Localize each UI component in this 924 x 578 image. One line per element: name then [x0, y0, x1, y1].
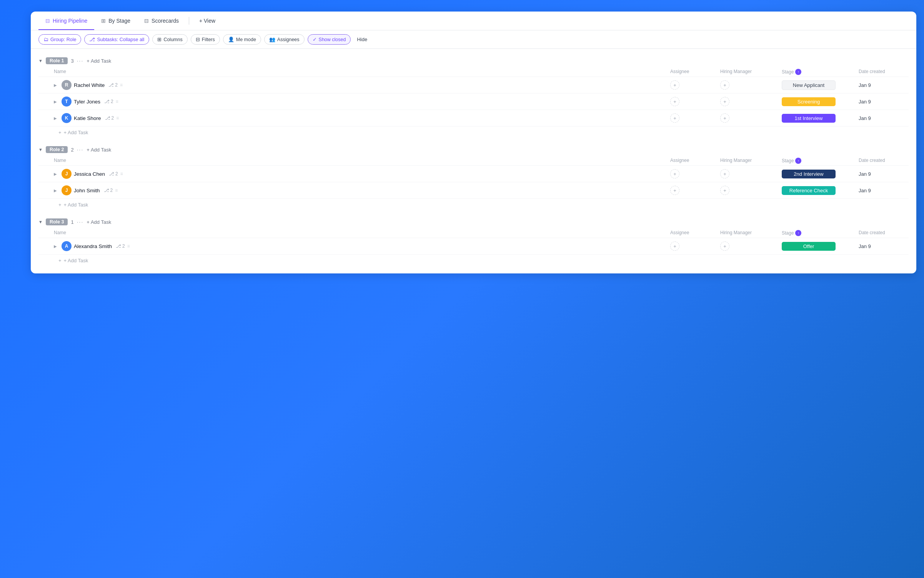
assignees-icon: 👥	[269, 37, 275, 42]
by-stage-icon: ⊞	[101, 18, 106, 24]
add-hiring-manager-button[interactable]: +	[720, 186, 729, 195]
stage-badge[interactable]: Offer	[782, 242, 836, 251]
assignee-cell: +	[670, 242, 720, 251]
applicant-name[interactable]: Alexandra Smith	[74, 243, 112, 249]
add-assignee-button[interactable]: +	[670, 113, 679, 123]
row-name-cell: ▶ R Rachel White ⎇ 2 ≡	[54, 80, 670, 90]
hiring-manager-cell: +	[720, 186, 782, 195]
add-icon: +	[87, 58, 90, 64]
avatar: J	[62, 169, 72, 179]
filters-button[interactable]: ⊟ Filters	[191, 34, 220, 45]
group-role3-more[interactable]: ···	[77, 219, 84, 225]
tab-hiring-pipeline[interactable]: ⊟ Hiring Pipeline	[38, 12, 94, 30]
toolbar: 🗂 Group: Role ⎇ Subtasks: Collapse all ⊞…	[31, 30, 916, 49]
group-role1-add-task[interactable]: + Add Task	[87, 58, 111, 64]
row-name-cell: ▶ J Jessica Chen ⎇ 2 ≡	[54, 169, 670, 179]
applicant-name[interactable]: John Smith	[74, 188, 100, 193]
group-role1-chevron[interactable]: ▼	[38, 58, 43, 63]
stage-badge[interactable]: New Applicant	[782, 80, 836, 90]
tab-scorecards[interactable]: ⊟ Scorecards	[137, 12, 186, 30]
role1-add-task-row[interactable]: + + Add Task	[38, 127, 909, 138]
assignee-cell: +	[670, 80, 720, 90]
show-closed-button[interactable]: ✓ Show closed	[308, 34, 351, 45]
date-cell: Jan 9	[859, 171, 909, 177]
columns-label: Columns	[163, 37, 182, 42]
group-role3-label: Role 3	[46, 218, 68, 225]
row-expand-btn[interactable]: ▶	[54, 100, 59, 104]
avatar: J	[62, 185, 72, 195]
row-expand-btn[interactable]: ▶	[54, 244, 59, 248]
group-role1-more[interactable]: ···	[77, 58, 84, 64]
row-meta: ⎇ 2 ≡	[116, 243, 130, 249]
row-list-icon: ≡	[116, 115, 119, 121]
stage-cell: 2nd Interview	[782, 170, 859, 178]
subtask-num: 2	[115, 82, 118, 88]
group-role2-more[interactable]: ···	[77, 147, 84, 153]
stage-sort-icon[interactable]: ↑	[795, 69, 801, 75]
tab-hiring-pipeline-label: Hiring Pipeline	[53, 18, 87, 24]
add-assignee-button[interactable]: +	[670, 97, 679, 106]
row-expand-btn[interactable]: ▶	[54, 83, 59, 87]
stage-badge[interactable]: Screening	[782, 97, 836, 106]
add-assignee-button[interactable]: +	[670, 186, 679, 195]
row-meta: ⎇ 2 ≡	[104, 99, 118, 104]
applicant-name[interactable]: Tyler Jones	[74, 99, 100, 105]
col-assignee: Assignee	[670, 158, 720, 164]
subtasks-button[interactable]: ⎇ Subtasks: Collapse all	[84, 34, 149, 45]
group-role2-add-task[interactable]: + Add Task	[87, 147, 111, 153]
subtask-num: 2	[110, 188, 113, 193]
row-expand-btn[interactable]: ▶	[54, 116, 59, 120]
stage-badge[interactable]: 1st Interview	[782, 114, 836, 123]
stage-sort-icon[interactable]: ↑	[795, 158, 801, 164]
group-role1-label: Role 1	[46, 57, 68, 64]
row-expand-btn[interactable]: ▶	[54, 172, 59, 176]
subtask-count: ⎇ 2	[108, 82, 118, 88]
role2-table-header: Name Assignee Hiring Manager Stage ↑ Dat…	[38, 155, 909, 166]
add-hiring-manager-button[interactable]: +	[720, 242, 729, 251]
stage-badge[interactable]: 2nd Interview	[782, 170, 836, 178]
applicant-name[interactable]: Katie Shore	[74, 115, 101, 121]
show-closed-icon: ✓	[313, 37, 317, 42]
me-mode-label: Me mode	[236, 37, 256, 42]
stage-badge[interactable]: Reference Check	[782, 186, 836, 195]
assignees-button[interactable]: 👥 Assignees	[264, 34, 305, 45]
add-icon: +	[87, 147, 90, 153]
applicant-name[interactable]: Rachel White	[74, 82, 105, 88]
hiring-pipeline-icon: ⊟	[45, 18, 50, 24]
add-assignee-button[interactable]: +	[670, 169, 679, 178]
group-role-button[interactable]: 🗂 Group: Role	[38, 34, 81, 45]
tabs-bar: ⊟ Hiring Pipeline ⊞ By Stage ⊟ Scorecard…	[31, 12, 916, 30]
add-hiring-manager-button[interactable]: +	[720, 80, 729, 90]
role3-add-task-row[interactable]: + + Add Task	[38, 255, 909, 267]
add-hiring-manager-button[interactable]: +	[720, 169, 729, 178]
role2-add-task-row[interactable]: + + Add Task	[38, 199, 909, 211]
me-mode-button[interactable]: 👤 Me mode	[223, 34, 261, 45]
stage-sort-icon[interactable]: ↑	[795, 230, 801, 236]
hide-button[interactable]: Hide	[357, 37, 367, 42]
content-area: ▼ Role 1 3 ··· + Add Task Name Assignee …	[31, 49, 916, 273]
row-meta: ⎇ 2 ≡	[109, 171, 123, 177]
tab-add-view[interactable]: + View	[192, 12, 222, 30]
avatar: K	[62, 113, 72, 123]
columns-button[interactable]: ⊞ Columns	[152, 34, 187, 45]
add-assignee-button[interactable]: +	[670, 80, 679, 90]
add-assignee-button[interactable]: +	[670, 242, 679, 251]
applicant-name[interactable]: Jessica Chen	[74, 171, 105, 177]
subtask-count: ⎇ 2	[104, 188, 113, 193]
row-name-cell: ▶ T Tyler Jones ⎇ 2 ≡	[54, 97, 670, 107]
table-row: ▶ J John Smith ⎇ 2 ≡ +	[38, 182, 909, 199]
group-role3-chevron[interactable]: ▼	[38, 220, 43, 224]
col-date-created: Date created	[859, 69, 909, 75]
tab-add-view-label: + View	[199, 18, 215, 24]
row-name-cell: ▶ J John Smith ⎇ 2 ≡	[54, 185, 670, 195]
tab-by-stage[interactable]: ⊞ By Stage	[94, 12, 137, 30]
avatar: A	[62, 241, 72, 251]
group-role2-chevron[interactable]: ▼	[38, 147, 43, 152]
row-name-cell: ▶ A Alexandra Smith ⎇ 2 ≡	[54, 241, 670, 251]
group-role3-add-task[interactable]: + Add Task	[87, 219, 111, 225]
add-hiring-manager-button[interactable]: +	[720, 97, 729, 106]
col-assignee: Assignee	[670, 230, 720, 236]
row-expand-btn[interactable]: ▶	[54, 188, 59, 193]
col-date-created: Date created	[859, 230, 909, 236]
add-hiring-manager-button[interactable]: +	[720, 113, 729, 123]
